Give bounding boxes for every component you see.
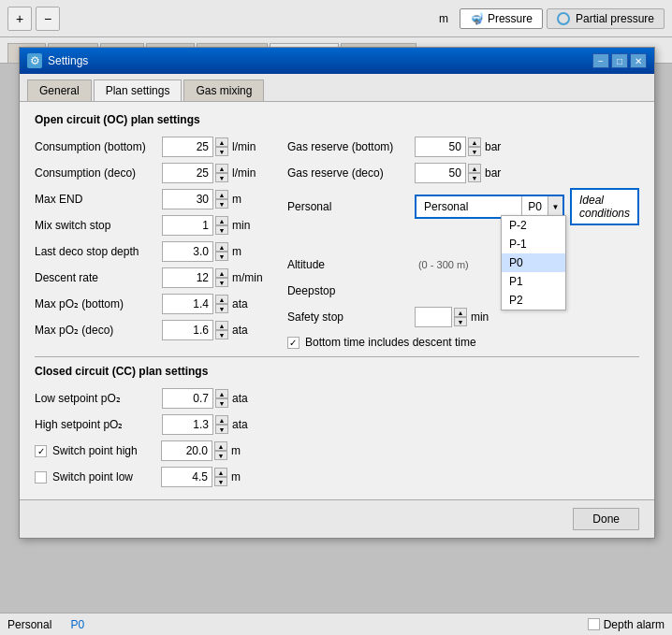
close-button[interactable]: ✕ — [630, 53, 647, 64]
partial-pressure-label: Partial pressure — [576, 12, 654, 25]
pressure-icon: 🤿 — [470, 12, 484, 25]
pressure-button[interactable]: 🤿 Pressure — [460, 8, 543, 29]
titlebar-buttons: − □ ✕ — [592, 53, 647, 64]
partial-pressure-icon — [557, 12, 570, 25]
add-button[interactable]: + — [7, 7, 32, 31]
pressure-label: Pressure — [488, 12, 533, 25]
top-toolbar: + − m 🤿 Pressure Partial pressure — [0, 0, 672, 37]
minimize-button[interactable]: − — [592, 53, 609, 64]
settings-dialog: ⚙ Settings − □ ✕ General Plan settings G… — [19, 47, 655, 64]
pressure-buttons: 🤿 Pressure Partial pressure — [460, 8, 665, 29]
dialog-titlebar: ⚙ Settings − □ ✕ — [20, 48, 654, 64]
remove-button[interactable]: − — [36, 7, 60, 31]
top-icons: + − — [7, 7, 60, 31]
maximize-button[interactable]: □ — [611, 53, 628, 64]
dialog-title: Settings — [48, 54, 592, 64]
dialog-icon: ⚙ — [27, 53, 42, 64]
partial-pressure-button[interactable]: Partial pressure — [547, 8, 665, 29]
m-label: m — [439, 12, 448, 25]
